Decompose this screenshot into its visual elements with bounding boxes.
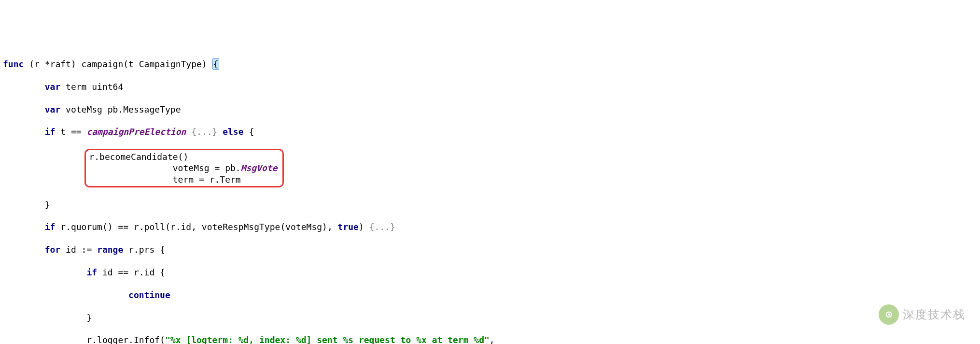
code-text: )	[359, 222, 369, 232]
fold-marker[interactable]: {...}	[369, 222, 395, 232]
indent	[89, 163, 172, 173]
keyword-var: var	[45, 82, 61, 92]
keyword-continue: continue	[128, 290, 170, 300]
keyword-true: true	[338, 222, 359, 232]
code-text: r.logger.Infof(	[86, 335, 165, 344]
code-line: var voteMsg pb.MessageType	[3, 104, 980, 115]
indent	[89, 174, 172, 185]
brace: {	[249, 127, 254, 137]
code-line: if id == r.id {	[3, 267, 980, 278]
code-text: r.quorum() == r.poll(r.id, voteRespMsgTy…	[55, 222, 337, 232]
brace: }	[86, 313, 92, 323]
code-line: if r.quorum() == r.poll(r.id, voteRespMs…	[3, 221, 980, 232]
identifier: campaignPreElection	[86, 127, 186, 137]
code-line: }	[3, 199, 980, 210]
code-text: voteMsg pb.MessageType	[60, 104, 181, 115]
keyword-func: func	[3, 59, 24, 69]
brace-highlight: {	[212, 58, 220, 70]
identifier: MsgVote	[241, 163, 278, 173]
code-text: t ==	[55, 127, 86, 137]
keyword-for: for	[45, 244, 61, 255]
indent	[3, 104, 45, 115]
fold-marker[interactable]: {...}	[191, 127, 217, 137]
indent	[3, 174, 86, 185]
indent	[3, 222, 45, 232]
code-text: id == r.id {	[97, 267, 165, 277]
string-literal: "%x [logterm: %d, index: %d] sent %s req…	[165, 335, 490, 344]
code-editor[interactable]: func (r *raft) campaign(t CampaignType) …	[3, 47, 980, 344]
indent	[3, 82, 45, 92]
highlight-box-1: r.becomeCandidate() voteMsg = pb.MsgVote…	[84, 149, 283, 187]
keyword-if: if	[45, 127, 56, 137]
indent	[3, 290, 128, 300]
keyword-if: if	[45, 222, 56, 232]
space	[186, 127, 191, 137]
code-line: r.logger.Infof("%x [logterm: %d, index: …	[3, 334, 980, 344]
code-text: term uint64	[60, 82, 123, 92]
code-line: func (r *raft) campaign(t CampaignType) …	[3, 58, 980, 70]
code-line: continue	[3, 289, 980, 301]
brace: }	[45, 200, 50, 210]
code-text: voteMsg = pb.	[173, 163, 241, 173]
indent	[3, 127, 45, 137]
code-text: r.prs {	[123, 244, 165, 255]
indent	[3, 335, 86, 344]
keyword-range: range	[97, 244, 123, 255]
code-text: (r *raft) campaign(t CampaignType)	[24, 59, 212, 69]
code-line: for id := range r.prs {	[3, 244, 980, 255]
code-line: r.becomeCandidate() voteMsg = pb.MsgVote…	[3, 149, 980, 187]
code-line: if t == campaignPreElection {...} else {	[3, 126, 980, 137]
indent	[3, 244, 45, 255]
code-text: r.becomeCandidate()	[89, 152, 188, 162]
code-text: id :=	[60, 244, 97, 255]
indent	[3, 267, 86, 277]
code-text: term = r.Term	[173, 174, 241, 185]
code-text: ,	[490, 335, 495, 344]
keyword-else: else	[217, 127, 249, 137]
code-line: }	[3, 312, 980, 323]
code-line: var term uint64	[3, 81, 980, 92]
keyword-var: var	[45, 104, 61, 115]
keyword-if: if	[86, 267, 97, 277]
indent	[3, 200, 45, 210]
indent	[3, 313, 86, 323]
